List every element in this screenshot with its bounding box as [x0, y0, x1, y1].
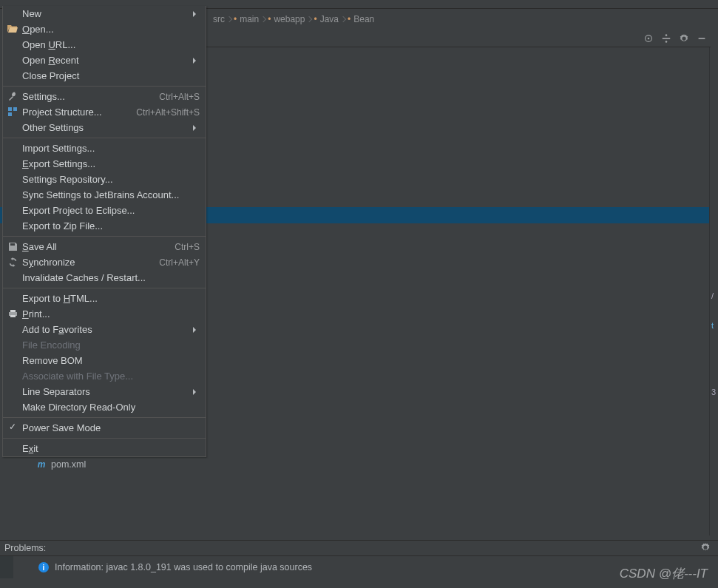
crumb-webapp[interactable]: •webapp — [263, 14, 309, 24]
gear-icon[interactable] — [678, 33, 690, 44]
menu-power-save-mode[interactable]: Power Save Mode — [3, 420, 206, 436]
info-message: Information: javac 1.8.0_191 was used to… — [55, 562, 312, 572]
menu-separator — [3, 236, 206, 237]
menu-exit[interactable]: Exit — [3, 441, 206, 456]
svg-point-4 — [665, 41, 668, 43]
minimize-icon[interactable] — [696, 33, 708, 44]
menu-settings-repo[interactable]: Settings Repository... — [3, 172, 206, 187]
crumb-src[interactable]: src — [209, 14, 229, 24]
crumb-java[interactable]: •Java — [309, 14, 343, 24]
save-icon — [7, 241, 18, 251]
svg-rect-11 — [8, 112, 12, 116]
crumb-bean[interactable]: •Bean — [343, 14, 379, 24]
svg-rect-12 — [10, 243, 15, 246]
editor-toolbar — [206, 30, 711, 47]
folder-open-icon — [7, 24, 18, 34]
svg-rect-2 — [663, 38, 671, 39]
problems-title: Problems: — [4, 543, 46, 553]
menu-export-html[interactable]: Export to HTML... — [3, 291, 206, 306]
svg-rect-9 — [8, 107, 12, 111]
menu-sync-jetbrains[interactable]: Sync Settings to JetBrains Account... — [3, 187, 206, 203]
menu-remove-bom[interactable]: Remove BOM — [3, 353, 206, 368]
svg-point-3 — [665, 34, 668, 36]
svg-rect-14 — [10, 310, 16, 312]
editor-gutter: / t 3 — [709, 47, 718, 535]
menu-other-settings[interactable]: Other Settings — [3, 120, 206, 135]
svg-rect-15 — [10, 315, 16, 317]
target-icon[interactable] — [643, 33, 654, 44]
shortcut-label: Ctrl+S — [175, 242, 200, 252]
menu-export-settings[interactable]: Export Settings... — [3, 156, 206, 172]
shortcut-label: Ctrl+Alt+Y — [159, 257, 200, 268]
menu-synchronize[interactable]: Synchronize Ctrl+Alt+Y — [3, 254, 206, 270]
tree-file-pom2[interactable]: m pom.xml — [0, 457, 708, 472]
menu-separator — [3, 138, 206, 138]
menu-export-eclipse[interactable]: Export Project to Eclipse... — [3, 203, 206, 218]
crumb-main[interactable]: •main — [229, 14, 263, 24]
menu-new[interactable]: New — [3, 6, 206, 21]
sync-icon — [7, 257, 18, 267]
breadcrumb: src •main •webapp •Java •Bean — [206, 10, 718, 28]
menu-make-readonly[interactable]: Make Directory Read-Only — [3, 399, 206, 415]
menu-export-zip[interactable]: Export to Zip File... — [3, 218, 206, 234]
svg-rect-5 — [699, 38, 705, 39]
menu-open[interactable]: Open... — [3, 21, 206, 37]
file-menu: New Open... Open URL... Open Recent Clos… — [2, 6, 206, 457]
menu-separator — [3, 417, 206, 418]
info-icon: i — [38, 562, 49, 572]
print-icon — [7, 308, 18, 319]
menu-close-project[interactable]: Close Project — [3, 68, 206, 84]
menu-open-recent[interactable]: Open Recent — [3, 53, 206, 68]
menu-project-structure[interactable]: Project Structure... Ctrl+Alt+Shift+S — [3, 104, 206, 120]
maven-m-icon: m — [35, 459, 47, 470]
wrench-icon — [7, 91, 18, 101]
menu-separator — [3, 438, 206, 439]
shortcut-label: Ctrl+Alt+S — [159, 92, 200, 102]
build-info-row[interactable]: i Information: javac 1.8.0_191 was used … — [0, 556, 718, 578]
menu-settings[interactable]: Settings... Ctrl+Alt+S — [3, 89, 206, 104]
problems-toolwindow-header[interactable]: Problems: — [0, 540, 718, 556]
shortcut-label: Ctrl+Alt+Shift+S — [136, 107, 200, 118]
menu-save-all[interactable]: Save All Ctrl+S — [3, 239, 206, 254]
menu-line-separators[interactable]: Line Separators — [3, 384, 206, 399]
menu-import-settings[interactable]: Import Settings... — [3, 141, 206, 156]
menu-print[interactable]: Print... — [3, 306, 206, 322]
svg-point-1 — [648, 37, 650, 39]
menu-open-url[interactable]: Open URL... — [3, 37, 206, 53]
menu-separator — [3, 288, 206, 288]
watermark: CSDN @佬---IT — [620, 565, 708, 582]
menu-add-favorites[interactable]: Add to Favorites — [3, 322, 206, 337]
gear-icon[interactable] — [700, 542, 711, 555]
menu-invalidate-caches[interactable]: Invalidate Caches / Restart... — [3, 270, 206, 285]
project-structure-icon — [7, 107, 18, 117]
svg-rect-10 — [13, 107, 17, 111]
menu-file-encoding: File Encoding — [3, 337, 206, 353]
menu-separator — [3, 86, 206, 87]
menu-assoc-filetype: Associate with File Type... — [3, 368, 206, 384]
divide-icon[interactable] — [660, 33, 672, 44]
